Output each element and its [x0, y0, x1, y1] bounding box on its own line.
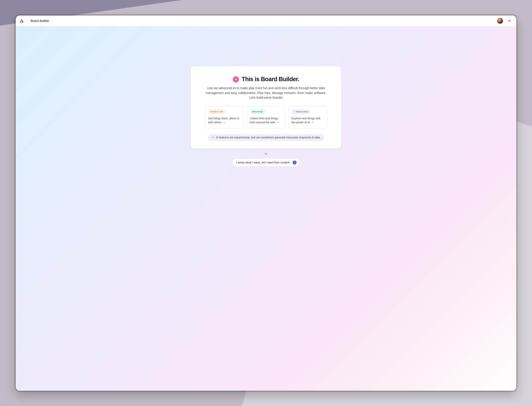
card-research-text-content: Explore new things with the power of AI — [292, 117, 321, 124]
start-from-scratch-button[interactable]: I know what I want, let's start from scr… — [232, 158, 300, 167]
sparkle-icon — [294, 111, 295, 113]
card-research[interactable]: RESEARCH Explore new things with the pow… — [288, 106, 327, 128]
card-workflow[interactable]: WORKFLOW Get things done, alone or with … — [205, 106, 244, 128]
tag-organize: ORGANIZE — [250, 110, 265, 114]
user-avatar[interactable] — [497, 18, 503, 24]
sparkle-circle-icon — [233, 76, 239, 82]
main-content: This is Board Builder. Use our advanced … — [16, 26, 516, 391]
or-separator: or — [265, 152, 267, 155]
welcome-panel: This is Board Builder. Use our advanced … — [191, 66, 341, 149]
app-window: Board Builder This is Board Builder. Use… — [16, 15, 516, 391]
tag-research: RESEARCH — [292, 110, 310, 114]
app-title: Board Builder — [31, 19, 49, 23]
start-from-scratch-label: I know what I want, let's start from scr… — [236, 161, 291, 164]
card-organize[interactable]: ORGANIZE Collect links and things from a… — [246, 106, 286, 128]
ai-disclaimer: AI features are experimental, and can so… — [208, 134, 324, 141]
card-research-text: Explore new things with the power of AI — [292, 116, 324, 125]
template-cards-row: WORKFLOW Get things done, alone or with … — [203, 106, 329, 128]
arrow-right-icon — [311, 121, 314, 125]
card-organize-text: Collect links and things from around the… — [250, 116, 282, 125]
hero-subtitle: Use our advanced AI to make play more fu… — [204, 86, 328, 100]
card-organize-text-content: Collect links and things from around the… — [250, 117, 278, 124]
hamburger-icon — [508, 19, 511, 22]
tag-research-label: RESEARCH — [296, 111, 308, 113]
arrow-right-icon — [276, 121, 279, 125]
app-logo-icon — [19, 18, 24, 23]
card-workflow-text: Get things done, alone or with others — [208, 116, 240, 125]
tag-workflow: WORKFLOW — [208, 110, 225, 114]
arrow-right-icon — [223, 121, 225, 125]
chevron-circle-icon — [293, 160, 297, 165]
tag-workflow-label: WORKFLOW — [210, 111, 223, 113]
ai-disclaimer-text: AI features are experimental, and can so… — [216, 136, 321, 139]
hamburger-menu-button[interactable] — [506, 17, 513, 24]
sparkle-icon — [212, 136, 214, 139]
hero-title: This is Board Builder. — [242, 76, 299, 83]
header-bar: Board Builder — [16, 15, 516, 26]
tag-organize-label: ORGANIZE — [252, 111, 263, 113]
header-divider — [27, 18, 28, 23]
hero-heading-row: This is Board Builder. — [233, 76, 299, 83]
